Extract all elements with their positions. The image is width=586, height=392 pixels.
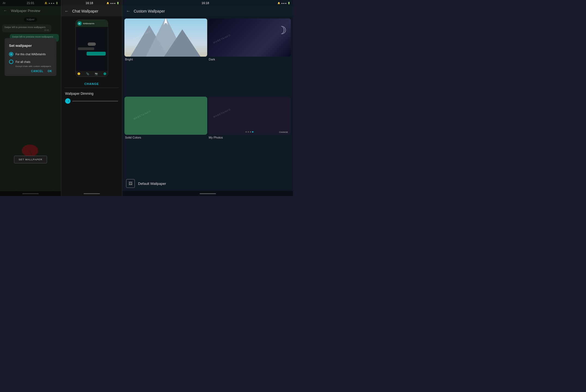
alarm-icon-mid: 🔔 [106,2,109,4]
preview-contact-name: WABetaInfo [83,22,94,25]
slider-dots [246,131,254,133]
wallpaper-label-solid: Solid Colors [124,136,207,139]
panel-custom-wallpaper: 16:18 🔔 ▲▲▲ 🔋 ← Custom Wallpaper [122,0,293,196]
battery-icon-right: 🔋 [288,2,290,4]
dialog-overlay: Set wallpaper For this chat WABetaInfo F… [0,0,61,196]
status-icons-mid: 🔔 ▲▲▲ 🔋 [106,2,119,4]
page-title-chat-wallpaper: Chat Wallpaper [72,9,98,13]
wallpaper-item-photos[interactable]: CHANGE WABETAINFO My Photos [208,97,291,174]
wallpaper-label-bright: Bright [124,58,207,61]
status-time-mid: 16:18 [86,1,93,5]
slider-dot-2 [248,131,249,133]
preview-avatar: W [77,21,82,26]
dimming-slider[interactable]: ☽ [65,98,118,104]
default-wallpaper-row[interactable]: 🖼 Default Wallpaper [122,176,293,191]
radio-this-chat-indicator [9,52,13,56]
dimming-title: Wallpaper Dimming [65,92,118,96]
nav-indicator-mid [84,193,100,194]
radio-option-this-chat[interactable]: For this chat WABetaInfo [9,52,52,56]
preview-msg-teal [87,52,106,56]
panel-wallpaper-preview: Zz 21:01 🔔 ▲▲▲ 🔋 ← Wallpaper Preview TOD… [0,0,61,196]
radio-all-chats-indicator [9,60,13,64]
wallpaper-label-photos: My Photos [208,136,291,139]
header-custom-wallpaper: ← Custom Wallpaper [122,6,293,16]
photos-change-label: CHANGE [279,131,288,133]
wallpaper-thumb-dark[interactable]: WABETAINFO [208,19,291,57]
radio-option-all-chats[interactable]: For all chats [9,60,52,64]
nav-indicator-right [200,193,216,194]
phone-preview: W WABetaInfo 🙂 📎 📷 [75,20,108,77]
watermark-dark: WABETAINFO [213,34,231,44]
status-time-right: 16:18 [202,1,209,5]
image-frame-icon: 🖼 [129,181,132,186]
signal-icon-right: ▲▲▲ [281,2,287,4]
wallpaper-thumb-bright[interactable]: WABETAINFO [124,19,207,57]
slider-dot-1 [246,131,247,133]
header-chat-wallpaper: ← Chat Wallpaper [61,6,122,16]
preview-phone-body [76,27,108,71]
watermark-photos: WABETAINFO [213,108,231,119]
wallpaper-grid: WABETAINFO Bright WABETAINFO Dark WABETA… [122,16,293,176]
preview-toggle [88,42,96,46]
page-title-custom-wallpaper: Custom Wallpaper [134,9,165,13]
set-wallpaper-dialog: Set wallpaper For this chat WABetaInfo F… [5,38,56,76]
set-wallpaper-button[interactable]: SET WALLPAPER [14,156,47,163]
status-bar-mid: 16:18 🔔 ▲▲▲ 🔋 [61,0,122,6]
change-wallpaper-button[interactable]: CHANGE [61,80,122,88]
wallpaper-item-bright[interactable]: WABETAINFO Bright [124,19,207,96]
preview-mic-icon [103,72,106,75]
cancel-button[interactable]: CANCEL [31,70,43,73]
dimming-moon-icon: ☽ [65,98,71,104]
dimming-section: Wallpaper Dimming ☽ [61,88,122,108]
preview-msg-dark [78,47,94,50]
preview-phone-footer: 🙂 📎 📷 [76,71,108,76]
radio-all-chats-label: For all chats [16,60,30,63]
wallpaper-item-dark[interactable]: WABETAINFO Dark [208,19,291,96]
wallpaper-label-dark: Dark [208,58,291,61]
battery-icon-mid: 🔋 [117,2,119,4]
back-icon-right[interactable]: ← [126,9,130,14]
status-icons-right: 🔔 ▲▲▲ 🔋 [277,2,290,4]
slider-dot-4 [252,131,254,133]
default-wallpaper-icon: 🖼 [126,179,135,188]
dialog-buttons: CANCEL OK [9,70,52,73]
ok-button[interactable]: OK [48,70,52,73]
panel-chat-wallpaper: 16:18 🔔 ▲▲▲ 🔋 ← Chat Wallpaper W WABetaI… [61,0,122,196]
radio-all-chats-sublabel: Except chats with custom wallpapers [16,65,52,68]
signal-icon-mid: ▲▲▲ [110,2,116,4]
back-icon-mid[interactable]: ← [65,9,69,14]
watermark-solid: WABETAINFO [133,110,152,121]
preview-camera-icon: 📷 [95,72,98,75]
dimming-slider-track[interactable] [72,101,118,102]
slider-dot-3 [250,131,251,133]
dialog-title: Set wallpaper [9,44,52,48]
wallpaper-thumb-solid[interactable]: WABETAINFO [124,97,207,135]
wallpaper-thumb-photos[interactable]: CHANGE WABETAINFO [208,97,291,135]
wallpaper-item-solid[interactable]: WABETAINFO Solid Colors [124,97,207,174]
preview-phone-header: W WABetaInfo [76,20,108,27]
alarm-icon-right: 🔔 [277,2,280,4]
preview-attach-icon: 📎 [86,72,89,75]
preview-emoji-icon: 🙂 [77,72,80,75]
default-wallpaper-label: Default Wallpaper [138,182,166,186]
nav-bar-right [122,191,293,196]
radio-this-chat-label: For this chat WABetaInfo [16,53,46,56]
status-bar-right: 16:18 🔔 ▲▲▲ 🔋 [122,0,293,6]
nav-bar-mid [61,191,122,196]
